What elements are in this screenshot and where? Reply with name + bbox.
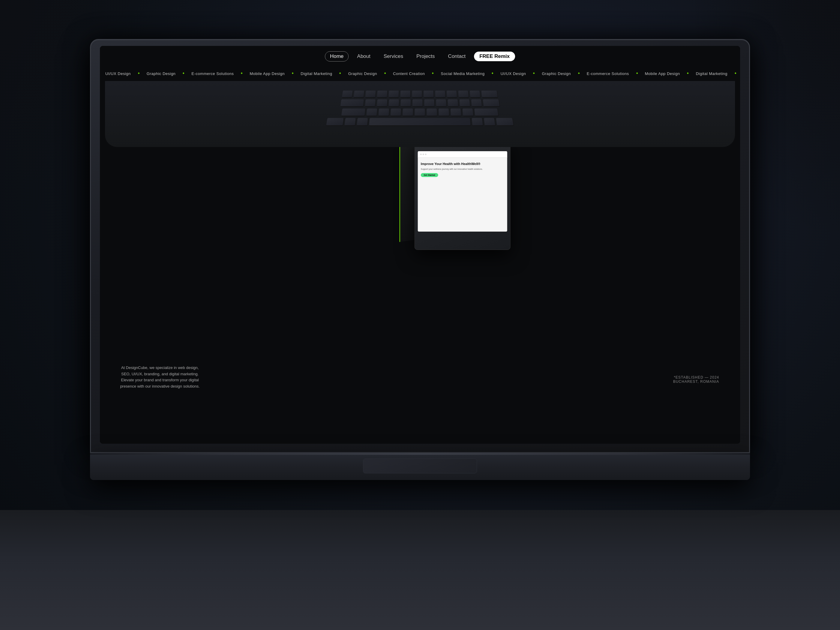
key-a xyxy=(365,99,376,107)
mockup-cta-button: Get Started xyxy=(421,173,438,177)
key-comma xyxy=(451,109,462,117)
key-f xyxy=(401,99,411,107)
ticker-sep-5b: ✦ xyxy=(733,71,738,76)
laptop-bottom-chassis xyxy=(90,453,750,480)
key-d xyxy=(388,99,399,107)
ticker-sep-1: ✦ xyxy=(136,71,141,76)
key-u xyxy=(412,91,422,98)
key-k xyxy=(448,99,458,107)
ticker-item-3: E-commerce Solutions xyxy=(186,71,239,76)
cube-front-face: Improve Your Health with HealthWell® Sup… xyxy=(415,142,511,250)
key-g xyxy=(412,99,423,107)
ticker-item-5: Digital Marketing xyxy=(295,71,338,76)
ticker-sep-7: ✦ xyxy=(430,71,435,76)
key-dot xyxy=(462,109,474,117)
ticker-item-4: Mobile App Design xyxy=(244,71,290,76)
key-row-4 xyxy=(129,118,711,126)
mockup-inner-nav xyxy=(418,151,507,158)
key-bracket-l xyxy=(458,91,469,98)
key-cmd xyxy=(357,118,368,126)
key-ctrl-r xyxy=(496,118,514,126)
nav-cta-button[interactable]: FREE Remix xyxy=(474,52,515,61)
ticker-strip: UI/UX Design ✦ Graphic Design ✦ E-commer… xyxy=(100,69,740,78)
key-l xyxy=(459,99,471,107)
key-space xyxy=(369,118,471,126)
key-w xyxy=(354,91,365,98)
key-row-1 xyxy=(144,91,696,98)
key-alt-r xyxy=(484,118,496,126)
key-r xyxy=(377,91,388,98)
key-ctrl xyxy=(326,118,344,126)
nav-item-about[interactable]: About xyxy=(352,52,375,61)
ticker-sep-4: ✦ xyxy=(290,71,295,76)
established-info: *ESTABLISHED — 2024 BUCHAREST, ROMANIA xyxy=(673,375,719,384)
key-i xyxy=(423,91,434,98)
ticker-sep-3b: ✦ xyxy=(635,71,639,76)
cube-side-face xyxy=(399,132,415,242)
key-x xyxy=(378,109,389,117)
key-semi xyxy=(471,99,482,107)
ticker-item-2: Graphic Design xyxy=(141,71,181,76)
established-location: BUCHAREST, ROMANIA xyxy=(673,379,719,384)
ticker-track: UI/UX Design ✦ Graphic Design ✦ E-commer… xyxy=(100,71,740,76)
key-s xyxy=(377,99,388,107)
laptop-wrapper: Home About Services Projects xyxy=(90,39,750,480)
key-p xyxy=(447,91,457,98)
mockup-hero-text: Improve Your Health with HealthWell® xyxy=(418,158,507,168)
navigation: Home About Services Projects xyxy=(100,46,740,67)
ticker-sep-6: ✦ xyxy=(382,71,388,76)
ticker-item-2b: Graphic Design xyxy=(537,71,576,76)
key-t xyxy=(388,91,399,98)
key-j xyxy=(436,99,447,107)
key-n xyxy=(426,109,437,117)
key-alt-l xyxy=(344,118,356,126)
nav-items: Home About Services Projects xyxy=(325,51,515,62)
ticker-sep-3: ✦ xyxy=(239,71,244,76)
key-row-3 xyxy=(134,109,706,117)
key-shift-l xyxy=(341,109,366,117)
key-shift-r xyxy=(474,109,499,117)
ticker-item-5b: Digital Marketing xyxy=(690,71,733,76)
mockup-inner-screen: Improve Your Health with HealthWell® Sup… xyxy=(418,151,507,232)
ticker-sep-4b: ✦ xyxy=(685,71,690,76)
desk-surface xyxy=(0,510,840,630)
mockup-dot-2 xyxy=(423,153,424,155)
ticker-sep-8: ✦ xyxy=(490,71,495,76)
key-row-2 xyxy=(139,99,701,107)
key-bracket-r xyxy=(470,91,481,98)
hero-description: At DesignCube, we specialize in web desi… xyxy=(118,365,202,390)
ticker-item-6: Graphic Design xyxy=(343,71,382,76)
key-o xyxy=(435,91,446,98)
mockup-dot-1 xyxy=(420,153,422,155)
nav-item-contact[interactable]: Contact xyxy=(443,52,471,61)
ticker-sep-5: ✦ xyxy=(338,71,343,76)
keyboard-rows xyxy=(129,91,711,126)
key-m xyxy=(439,109,449,117)
key-cmd-r xyxy=(472,118,483,126)
key-tab xyxy=(340,99,364,107)
ticker-sep-2b: ✦ xyxy=(576,71,581,76)
key-e xyxy=(365,91,376,98)
key-y xyxy=(400,91,411,98)
nav-item-home[interactable]: Home xyxy=(325,51,349,62)
ticker-item-4b: Mobile App Design xyxy=(639,71,685,76)
mockup-sub-text: Support your wellness journey with our i… xyxy=(418,168,507,171)
keyboard-shell xyxy=(105,81,735,147)
key-z xyxy=(366,109,377,117)
keyboard-area xyxy=(105,81,735,147)
established-label: *ESTABLISHED — 2024 xyxy=(673,375,719,379)
key-h xyxy=(424,99,435,107)
mockup-dot-3 xyxy=(425,153,426,155)
ticker-sep-2: ✦ xyxy=(181,71,186,76)
ticker-item-3b: E-commerce Solutions xyxy=(581,71,635,76)
key-backspace xyxy=(481,91,498,98)
nav-item-projects[interactable]: Projects xyxy=(412,52,439,61)
ticker-item-8: Social Media Marketing xyxy=(435,71,490,76)
key-q xyxy=(342,91,353,98)
ticker-item-6b: Graphic Design xyxy=(738,71,740,76)
ticker-item-1b: UI/UX Design xyxy=(495,71,531,76)
nav-item-services[interactable]: Services xyxy=(379,52,408,61)
key-v xyxy=(403,109,414,117)
key-c xyxy=(391,109,401,117)
ticker-item-7: Content Creation xyxy=(388,71,430,76)
